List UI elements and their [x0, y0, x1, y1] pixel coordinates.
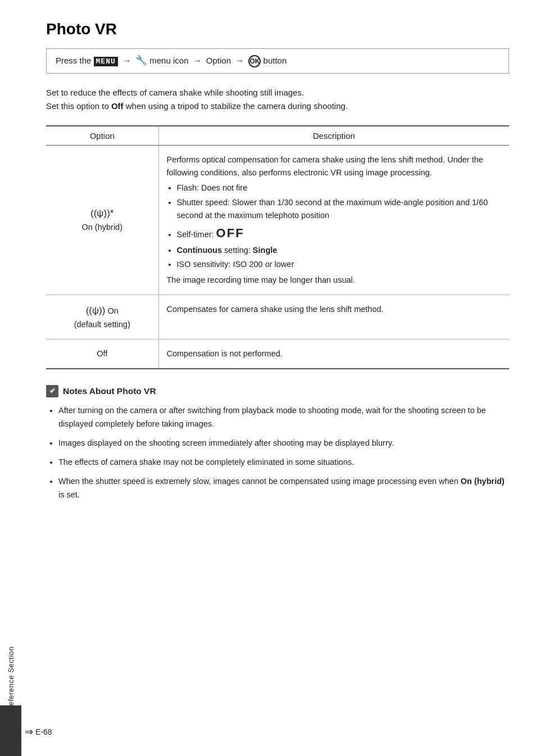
on-hybrid-bold: On (hybrid)	[461, 477, 505, 486]
intro-line1: Set to reduce the effects of camera shak…	[46, 88, 304, 97]
page: Reference Section Photo VR Press the MEN…	[0, 0, 536, 756]
nav-arrow1: →	[122, 56, 131, 65]
nav-photo-vr: Option	[206, 56, 231, 65]
desc-on-hybrid: Performs optical compensation for camera…	[158, 146, 509, 295]
list-item: When the shutter speed is extremely slow…	[58, 475, 509, 502]
desc-list-hybrid: Flash: Does not fire Shutter speed: Slow…	[167, 182, 502, 271]
note-text-1: After turning on the camera or after swi…	[58, 406, 486, 428]
option-on-default: ((ψ)) On (default setting)	[46, 295, 158, 339]
nav-prefix: Press the	[56, 56, 91, 65]
continuous-bold: Continuous	[177, 246, 222, 255]
option-on-hybrid: ((ψ))* On (hybrid)	[46, 146, 158, 295]
desc-text-default: Compensates for camera shake using the l…	[167, 305, 384, 314]
list-item: Shutter speed: Slower than 1/30 second a…	[177, 196, 502, 222]
nav-arrow2: →	[193, 56, 202, 65]
desc-footer-hybrid: The image recording time may be longer t…	[167, 275, 355, 284]
nav-arrow3: →	[235, 56, 244, 65]
notes-section: ✔ Notes About Photo VR After turning on …	[46, 385, 509, 502]
sidebar: Reference Section	[0, 0, 21, 756]
col-desc-header: Description	[158, 126, 509, 146]
note-text-3: The effects of camera shake may not be c…	[58, 458, 354, 467]
notes-list: After turning on the camera or after swi…	[46, 404, 509, 502]
col-option-header: Option	[46, 126, 158, 146]
intro-line2: Set this option to Off when using a trip…	[46, 101, 348, 111]
nav-middle: menu icon	[149, 56, 190, 65]
table-row: Off Compensation is not performed.	[46, 339, 509, 369]
option-label-off: Off	[97, 349, 107, 358]
vr-icon-hybrid: ((ψ))*	[90, 208, 113, 219]
page-number-area: ⇒ E-68	[25, 726, 52, 738]
options-table: Option Description ((ψ))* On (hybrid) Pe…	[46, 125, 509, 369]
list-item: Self-timer: OFF	[177, 223, 502, 243]
desc-on-default: Compensates for camera shake using the l…	[158, 295, 509, 339]
note-text-2: Images displayed on the shooting screen …	[58, 438, 394, 447]
notes-header: ✔ Notes About Photo VR	[46, 385, 509, 397]
page-title: Photo VR	[46, 20, 509, 38]
list-item: Continuous setting: Single	[177, 244, 502, 257]
notes-icon: ✔	[46, 385, 58, 397]
nav-box: Press the MENU → 🔧 menu icon → Option → …	[46, 48, 509, 74]
intro-bold: Off	[111, 101, 124, 111]
note-text-4: When the shutter speed is extremely slow…	[58, 477, 505, 499]
list-item: Flash: Does not fire	[177, 182, 502, 194]
table-header-row: Option Description	[46, 126, 509, 146]
option-label-default: (default setting)	[74, 320, 130, 329]
main-content: Photo VR Press the MENU → 🔧 menu icon → …	[21, 0, 536, 756]
list-item: ISO sensitivity: ISO 200 or lower	[177, 258, 502, 271]
desc-text-off: Compensation is not performed.	[167, 349, 283, 358]
single-bold: Single	[253, 246, 278, 255]
off-display: OFF	[216, 226, 244, 240]
menu-word: MENU	[94, 57, 118, 66]
sidebar-label: Reference Section	[7, 646, 15, 711]
option-label-hybrid: On (hybrid)	[81, 223, 122, 232]
list-item: The effects of camera shake may not be c…	[58, 456, 509, 469]
page-icon: ⇒	[25, 726, 33, 738]
table-row: ((ψ)) On (default setting) Compensates f…	[46, 295, 509, 339]
nav-suffix: button	[264, 56, 287, 65]
desc-text-hybrid: Performs optical compensation for camera…	[167, 155, 483, 177]
page-number: E-68	[35, 727, 52, 736]
desc-off: Compensation is not performed.	[158, 339, 509, 369]
sidebar-tab	[0, 705, 21, 756]
ok-button-icon: OK	[248, 55, 261, 67]
intro-text: Set to reduce the effects of camera shak…	[46, 86, 509, 113]
option-off: Off	[46, 339, 158, 369]
wrench-icon: 🔧	[135, 55, 147, 66]
list-item: Images displayed on the shooting screen …	[58, 437, 509, 450]
table-row: ((ψ))* On (hybrid) Performs optical comp…	[46, 146, 509, 295]
vr-icon-on: ((ψ))	[86, 305, 106, 316]
list-item: After turning on the camera or after swi…	[58, 404, 509, 431]
notes-title: Notes About Photo VR	[63, 386, 156, 396]
